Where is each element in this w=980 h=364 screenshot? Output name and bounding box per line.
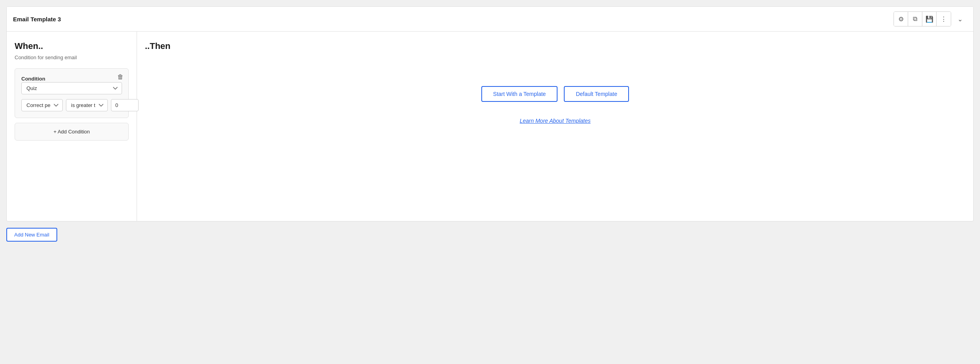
copy-button[interactable]: ⧉ xyxy=(908,12,922,26)
right-panel-content: Start With a Template Default Template L… xyxy=(145,86,965,124)
start-with-template-button[interactable]: Start With a Template xyxy=(481,86,558,102)
save-button[interactable]: 💾 xyxy=(922,12,937,26)
chevron-down-button[interactable]: ⌄ xyxy=(953,12,967,26)
save-icon: 💾 xyxy=(926,15,933,23)
footer: Add New Email xyxy=(6,221,974,248)
default-template-button[interactable]: Default Template xyxy=(564,86,629,102)
header-actions: ⚙ ⧉ 💾 ⋮ ⌄ xyxy=(894,11,967,26)
delete-condition-button[interactable]: 🗑 xyxy=(117,73,124,81)
condition-box: Condition 🗑 Quiz Correct pe is greater t xyxy=(15,68,129,118)
when-subtitle: Condition for sending email xyxy=(15,54,129,60)
more-icon: ⋮ xyxy=(941,15,947,23)
page-wrapper: Email Template 3 ⚙ ⧉ 💾 ⋮ xyxy=(0,0,980,364)
condition-value-input[interactable] xyxy=(111,99,139,111)
condition-operator-select[interactable]: is greater t xyxy=(66,99,108,111)
condition-field-select[interactable]: Correct pe xyxy=(21,99,63,111)
learn-more-link[interactable]: Learn More About Templates xyxy=(520,118,591,124)
template-buttons: Start With a Template Default Template xyxy=(481,86,629,102)
condition-label: Condition xyxy=(21,76,45,82)
condition-row: Correct pe is greater t xyxy=(21,99,122,111)
when-heading: When.. xyxy=(15,41,129,51)
settings-button[interactable]: ⚙ xyxy=(894,12,908,26)
then-heading: ..Then xyxy=(145,41,171,51)
add-condition-box[interactable]: + Add Condition xyxy=(15,123,129,141)
left-panel: When.. Condition for sending email Condi… xyxy=(7,32,137,221)
trash-icon: 🗑 xyxy=(117,73,124,81)
card-title: Email Template 3 xyxy=(13,16,61,23)
copy-icon: ⧉ xyxy=(913,15,917,23)
add-new-email-button[interactable]: Add New Email xyxy=(6,228,57,242)
chevron-down-icon: ⌄ xyxy=(957,15,963,23)
settings-icon: ⚙ xyxy=(898,15,904,23)
add-condition-button[interactable]: + Add Condition xyxy=(53,129,90,135)
main-card: Email Template 3 ⚙ ⧉ 💾 ⋮ xyxy=(6,6,974,221)
more-button[interactable]: ⋮ xyxy=(937,12,951,26)
card-header: Email Template 3 ⚙ ⧉ 💾 ⋮ xyxy=(7,7,973,32)
header-icon-group: ⚙ ⧉ 💾 ⋮ xyxy=(894,11,951,26)
right-panel: ..Then Start With a Template Default Tem… xyxy=(137,32,973,221)
add-condition-label: + Add Condition xyxy=(53,129,90,135)
condition-type-select[interactable]: Quiz xyxy=(21,82,122,94)
card-body: When.. Condition for sending email Condi… xyxy=(7,32,973,221)
